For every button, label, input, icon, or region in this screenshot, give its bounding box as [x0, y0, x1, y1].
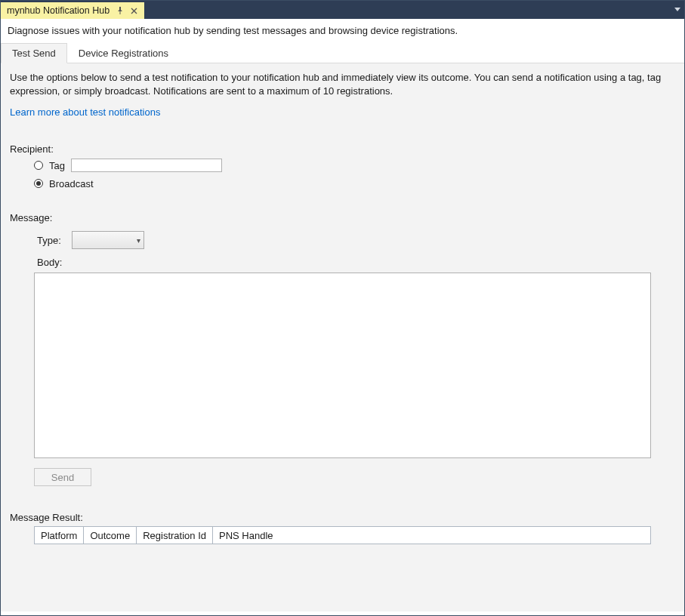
col-pns-handle[interactable]: PNS Handle [213, 527, 650, 544]
send-button-label: Send [51, 472, 74, 483]
recipient-option-broadcast[interactable]: Broadcast [34, 176, 675, 191]
result-header-row: Platform Outcome Registration Id PNS Han… [35, 527, 650, 544]
close-icon[interactable] [128, 5, 140, 17]
body-area [34, 273, 651, 460]
recipient-option-tag[interactable]: Tag [34, 158, 675, 173]
recipient-section-label: Recipient: [10, 143, 675, 155]
document-tab-title: mynhub Notification Hub [7, 5, 110, 16]
document-tab-actions [114, 5, 140, 17]
col-platform[interactable]: Platform [35, 527, 84, 544]
tag-input[interactable] [71, 159, 222, 172]
type-dropdown[interactable]: ▾ [72, 231, 144, 249]
message-section-label: Message: [10, 212, 675, 223]
type-label: Type: [37, 235, 61, 246]
chevron-down-icon: ▾ [137, 236, 140, 245]
body-label: Body: [37, 257, 675, 268]
pin-icon[interactable] [114, 5, 126, 17]
body-textarea[interactable] [34, 273, 651, 458]
tab-test-send[interactable]: Test Send [1, 43, 67, 63]
type-row: Type: ▾ [37, 231, 675, 249]
document-tab[interactable]: mynhub Notification Hub [1, 2, 144, 19]
intro-text: Use the options below to send a test not… [10, 71, 675, 97]
send-button[interactable]: Send [34, 468, 91, 486]
window-menu-dropdown-icon[interactable] [671, 1, 684, 19]
col-registration-id[interactable]: Registration Id [137, 527, 213, 544]
radio-tag[interactable] [34, 161, 43, 170]
tab-device-registrations[interactable]: Device Registrations [67, 43, 180, 63]
radio-tag-label[interactable]: Tag [49, 160, 65, 171]
radio-broadcast[interactable] [34, 179, 43, 188]
window-titlebar: mynhub Notification Hub [1, 1, 684, 19]
page-description: Diagnose issues with your notification h… [1, 19, 684, 42]
learn-more-link[interactable]: Learn more about test notifications [10, 106, 160, 118]
tabstrip: Test Send Device Registrations [1, 42, 684, 63]
message-result-table: Platform Outcome Registration Id PNS Han… [34, 526, 651, 544]
message-result-label: Message Result: [10, 512, 675, 523]
radio-broadcast-label[interactable]: Broadcast [49, 178, 94, 189]
col-outcome[interactable]: Outcome [84, 527, 137, 544]
tab-content-test-send: Use the options below to send a test not… [1, 63, 684, 611]
